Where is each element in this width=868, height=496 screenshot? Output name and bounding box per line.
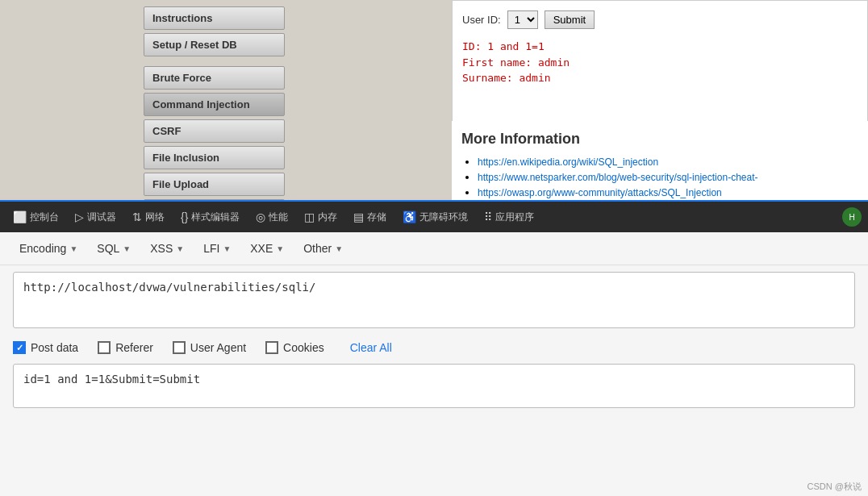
devtools-storage[interactable]: ▤ 存储: [347, 207, 393, 227]
post-data-text: id=1 and 1=1&Submit=Submit: [23, 373, 845, 386]
storage-label: 存储: [367, 210, 386, 224]
more-info-link-2[interactable]: https://www.netsparker.com/blog/web-secu…: [478, 172, 757, 183]
other-chevron: ▼: [335, 244, 343, 253]
referer-checkbox-item[interactable]: Referer: [98, 341, 153, 354]
post-data-checkbox[interactable]: [13, 341, 26, 354]
cookies-label: Cookies: [283, 341, 324, 354]
sidebar-btn-file-inclusion[interactable]: File Inclusion: [144, 146, 285, 169]
cookies-checkbox[interactable]: [265, 341, 278, 354]
xss-dropdown[interactable]: XSS ▼: [144, 239, 190, 258]
other-dropdown[interactable]: Other ▼: [297, 239, 349, 258]
devtools-accessibility[interactable]: ♿ 无障碍环境: [396, 207, 474, 227]
user-agent-checkbox-item[interactable]: User Agent: [173, 341, 246, 354]
more-info-link-1[interactable]: https://en.wikipedia.org/wiki/SQL_inject…: [478, 156, 658, 168]
dropdown-toolbar: Encoding ▼ SQL ▼ XSS ▼ LFI ▼ XXE ▼ Other…: [0, 232, 868, 265]
url-container: http://localhost/dvwa/vulnerabilities/sq…: [13, 272, 855, 328]
sql-label: SQL: [97, 242, 119, 255]
more-info-links: https://en.wikipedia.org/wiki/SQL_inject…: [461, 156, 858, 198]
memory-label: 内存: [318, 210, 337, 224]
list-item: https://en.wikipedia.org/wiki/SQL_inject…: [478, 156, 858, 168]
user-id-select[interactable]: 1 2 3: [507, 10, 538, 29]
user-id-row: User ID: 1 2 3 Submit: [462, 10, 858, 29]
user-agent-label: User Agent: [190, 341, 246, 354]
lfi-chevron: ▼: [223, 244, 231, 253]
sidebar-btn-brute-force[interactable]: Brute Force: [144, 66, 285, 90]
devtools-avatar[interactable]: H: [842, 207, 862, 227]
applications-icon: ⠿: [484, 210, 492, 223]
devtools-bar: ⬜ 控制台 ▷ 调试器 ⇅ 网络 {} 样式编辑器 ◎ 性能 ◫ 内存 ▤ 存储…: [0, 200, 868, 232]
xss-label: XSS: [150, 242, 173, 255]
network-icon: ⇅: [132, 210, 142, 223]
lfi-label: LFI: [203, 242, 219, 255]
url-section: Encoding ▼ SQL ▼ XSS ▼ LFI ▼ XXE ▼ Other…: [0, 232, 868, 496]
output-area: ID: 1 and 1=1 First name: admin Surname:…: [462, 39, 858, 86]
devtools-memory[interactable]: ◫ 内存: [298, 207, 344, 227]
style-editor-label: 样式编辑器: [191, 210, 240, 224]
post-data-checkbox-item[interactable]: Post data: [13, 341, 78, 354]
output-line2: First name: admin: [462, 55, 858, 71]
storage-icon: ▤: [353, 210, 364, 223]
devtools-applications[interactable]: ⠿ 应用程序: [478, 207, 540, 227]
referer-checkbox[interactable]: [98, 341, 111, 354]
accessibility-label: 无障碍环境: [419, 210, 468, 224]
user-agent-checkbox[interactable]: [173, 341, 186, 354]
devtools-network[interactable]: ⇅ 网络: [126, 207, 171, 227]
applications-label: 应用程序: [495, 210, 534, 224]
sidebar-btn-csrf[interactable]: CSRF: [144, 119, 285, 143]
style-editor-icon: {}: [181, 210, 188, 223]
devtools-performance[interactable]: ◎ 性能: [249, 207, 294, 227]
other-label: Other: [303, 242, 332, 255]
list-item: https://www.netsparker.com/blog/web-secu…: [478, 171, 858, 183]
console-icon: ⬜: [13, 210, 27, 223]
console-label: 控制台: [30, 210, 59, 224]
more-info-title: More Information: [461, 131, 858, 148]
encoding-dropdown[interactable]: Encoding ▼: [13, 239, 84, 258]
url-text: http://localhost/dvwa/vulnerabilities/sq…: [23, 281, 845, 294]
sidebar-btn-instructions[interactable]: Instructions: [144, 6, 285, 30]
sql-dropdown[interactable]: SQL ▼: [90, 239, 137, 258]
xxe-chevron: ▼: [276, 244, 284, 253]
xxe-dropdown[interactable]: XXE ▼: [244, 239, 290, 258]
devtools-debugger[interactable]: ▷ 调试器: [69, 207, 123, 227]
sidebar-btn-setup-reset[interactable]: Setup / Reset DB: [144, 33, 285, 56]
post-data-label: Post data: [31, 341, 78, 354]
encoding-label: Encoding: [19, 242, 66, 255]
debugger-icon: ▷: [75, 210, 84, 223]
xxe-label: XXE: [250, 242, 273, 255]
network-label: 网络: [145, 210, 165, 224]
sidebar-btn-command-injection[interactable]: Command Injection: [144, 93, 285, 116]
sql-chevron: ▼: [123, 244, 131, 253]
sidebar: Instructions Setup / Reset DB Brute Forc…: [0, 0, 278, 210]
xss-chevron: ▼: [176, 244, 184, 253]
csdn-watermark: CSDN @秋说: [807, 481, 862, 493]
encoding-chevron: ▼: [69, 244, 77, 253]
accessibility-icon: ♿: [403, 210, 416, 223]
checkboxes-row: Post data Referer User Agent Cookies Cle…: [0, 335, 868, 361]
performance-icon: ◎: [256, 210, 265, 223]
output-line1: ID: 1 and 1=1: [462, 39, 858, 55]
more-info-link-3[interactable]: https://owasp.org/www-community/attacks/…: [478, 187, 722, 198]
post-data-container: id=1 and 1=1&Submit=Submit: [13, 364, 855, 408]
output-line3: Surname: admin: [462, 70, 858, 86]
cookies-checkbox-item[interactable]: Cookies: [265, 341, 324, 354]
clear-all-button[interactable]: Clear All: [350, 341, 392, 354]
user-id-label: User ID:: [462, 14, 501, 26]
lfi-dropdown[interactable]: LFI ▼: [197, 239, 237, 258]
devtools-style-editor[interactable]: {} 样式编辑器: [174, 207, 246, 227]
submit-button[interactable]: Submit: [545, 10, 595, 29]
debugger-label: 调试器: [87, 210, 116, 224]
devtools-console[interactable]: ⬜ 控制台: [6, 207, 65, 227]
performance-label: 性能: [269, 210, 288, 224]
memory-icon: ◫: [304, 210, 315, 223]
referer-label: Referer: [115, 341, 153, 354]
list-item: https://owasp.org/www-community/attacks/…: [478, 186, 858, 198]
sidebar-btn-file-upload[interactable]: File Upload: [144, 173, 285, 196]
more-info-section: More Information https://en.wikipedia.or…: [452, 121, 868, 211]
